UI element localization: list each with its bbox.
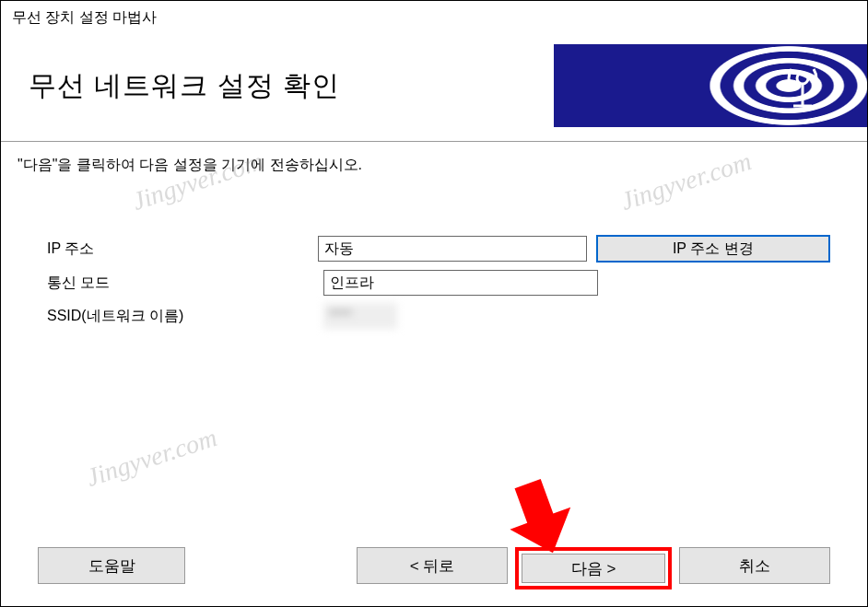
ssid-row: SSID(네트워크 이름) ****: [47, 303, 830, 329]
next-button-highlight: 다음 >: [515, 547, 672, 589]
button-bar: 도움말 < 뒤로 다음 > 취소: [1, 547, 867, 589]
wireless-logo: [554, 44, 867, 127]
antenna-icon: [775, 58, 830, 113]
ssid-label: SSID(네트워크 이름): [47, 307, 323, 326]
change-ip-button[interactable]: IP 주소 변경: [596, 235, 831, 263]
instruction-text: "다음"을 클릭하여 다음 설정을 기기에 전송하십시오.: [1, 142, 867, 189]
ip-row: IP 주소 자동 IP 주소 변경: [47, 235, 830, 263]
svg-marker-3: [508, 475, 583, 558]
ip-label: IP 주소: [47, 239, 318, 259]
header: 무선 네트워크 설정 확인: [1, 35, 867, 142]
back-button[interactable]: < 뒤로: [357, 547, 508, 584]
mode-label: 통신 모드: [47, 274, 323, 293]
mode-value: 인프라: [323, 270, 598, 296]
mode-row: 통신 모드 인프라: [47, 270, 830, 296]
help-button[interactable]: 도움말: [38, 547, 185, 584]
svg-point-0: [797, 73, 808, 84]
page-title: 무선 네트워크 설정 확인: [29, 67, 340, 105]
ip-value: 자동: [318, 236, 587, 262]
next-button[interactable]: 다음 >: [522, 554, 665, 583]
red-arrow-annotation: [508, 475, 591, 558]
window-title: 무선 장치 설정 마법사: [1, 1, 867, 35]
cancel-button[interactable]: 취소: [679, 547, 830, 584]
form-area: IP 주소 자동 IP 주소 변경 통신 모드 인프라 SSID(네트워크 이름…: [1, 189, 867, 355]
ssid-value: ****: [323, 303, 397, 329]
spacer: [193, 547, 349, 589]
watermark: Jingyver.com: [83, 423, 221, 493]
